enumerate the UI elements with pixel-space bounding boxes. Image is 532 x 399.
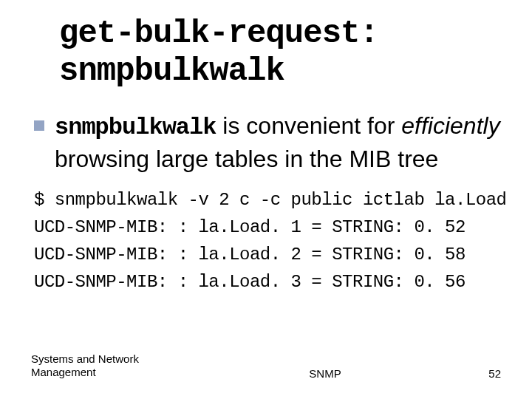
footer-left-line1: Systems and Network [31, 352, 139, 365]
footer-left-line2: Management [31, 366, 96, 378]
bullet-emphasis: efficiently [401, 112, 499, 139]
footer-center: SNMP [194, 367, 457, 380]
code-line: UCD-SNMP-MIB: : la.Load. 3 = STRING: 0. … [34, 272, 466, 292]
title-line-2: snmpbulkwalk [59, 52, 284, 89]
page-number: 52 [457, 367, 501, 380]
code-line: UCD-SNMP-MIB: : la.Load. 2 = STRING: 0. … [34, 245, 466, 265]
bullet-item: snmpbulkwalk is convenient for efficient… [34, 110, 502, 175]
slide: get-bulk-request: snmpbulkwalk snmpbulkw… [0, 0, 532, 399]
code-line: UCD-SNMP-MIB: : la.Load. 1 = STRING: 0. … [34, 217, 466, 237]
footer-left: Systems and Network Management [31, 352, 194, 381]
command-name: snmpbulkwalk [55, 114, 216, 141]
code-line: $ snmpbulkwalk -v 2 c -c public ictlab l… [34, 190, 507, 210]
slide-title: get-bulk-request: snmpbulkwalk [59, 15, 502, 89]
slide-body: snmpbulkwalk is convenient for efficient… [34, 110, 502, 296]
slide-footer: Systems and Network Management SNMP 52 [0, 352, 532, 381]
code-block: $ snmpbulkwalk -v 2 c -c public ictlab l… [34, 186, 502, 296]
bullet-pre: is convenient for [216, 112, 401, 139]
bullet-text: snmpbulkwalk is convenient for efficient… [55, 110, 502, 175]
bullet-post: browsing large tables in the MIB tree [55, 146, 438, 172]
square-bullet-icon [34, 120, 44, 131]
title-line-1: get-bulk-request: [59, 15, 378, 52]
